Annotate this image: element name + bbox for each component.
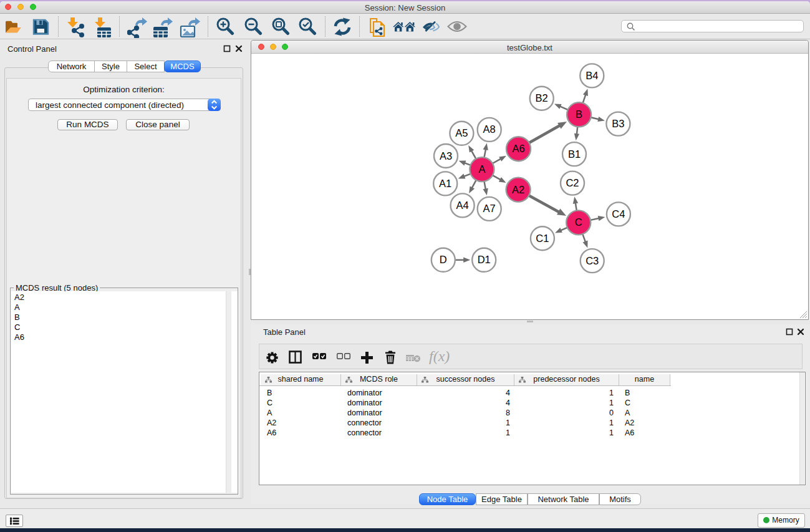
svg-text:C1: C1 [536,233,549,244]
svg-text:A4: A4 [456,200,469,211]
svg-text:A5: A5 [455,127,468,138]
svg-text:B3: B3 [612,118,624,129]
svg-text:A8: A8 [483,123,496,135]
svg-text:C4: C4 [612,208,625,220]
svg-text:A1: A1 [439,178,451,189]
svg-text:B2: B2 [536,92,548,104]
svg-text:A3: A3 [440,150,452,162]
svg-text:D: D [440,254,447,265]
svg-text:B1: B1 [568,148,581,160]
svg-text:C3: C3 [586,255,599,266]
svg-text:A6: A6 [512,143,524,154]
svg-text:A2: A2 [512,184,524,195]
svg-text:B4: B4 [586,70,598,81]
svg-text:A7: A7 [483,203,496,214]
svg-text:B: B [576,109,582,120]
svg-text:D1: D1 [478,254,491,265]
svg-text:A: A [478,163,485,175]
svg-text:C2: C2 [566,177,579,188]
svg-text:C: C [575,216,582,228]
